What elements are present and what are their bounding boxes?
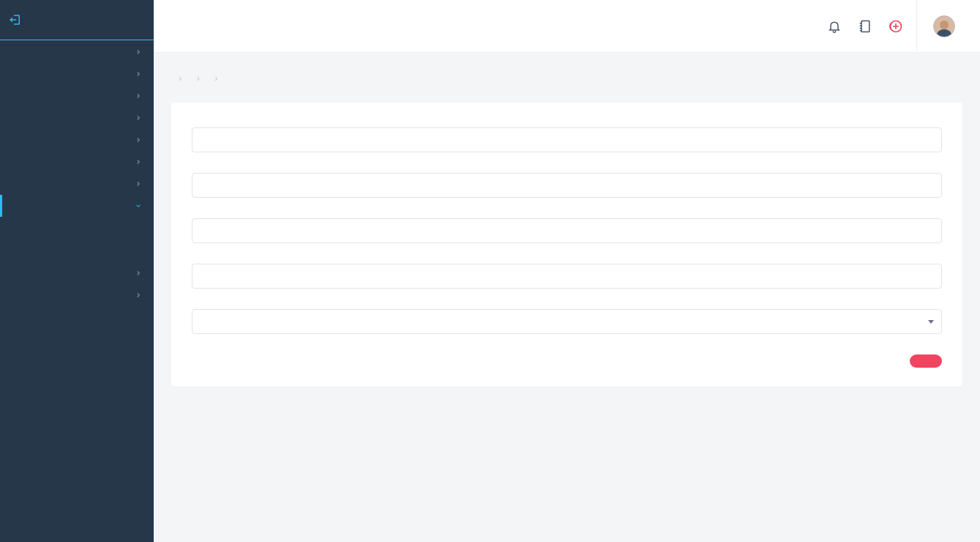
plus-circle-icon (889, 19, 903, 34)
field-username (192, 218, 942, 243)
chevron-right-icon (135, 48, 142, 56)
smtp-port-input[interactable] (192, 173, 942, 198)
notifications-button[interactable] (827, 19, 842, 34)
chevron-right-icon: › (197, 73, 201, 83)
notebook-icon (858, 19, 872, 34)
notes-button[interactable] (858, 19, 872, 34)
sidebar (0, 0, 154, 542)
encryption-select[interactable] (192, 309, 942, 334)
sidebar-subitem-general-settings[interactable] (0, 217, 154, 227)
sidebar-item-payment-methods[interactable] (0, 173, 154, 195)
form-actions (192, 354, 942, 368)
sidebar-subitem-smtp-settings[interactable] (0, 237, 154, 248)
chevron-down-icon (135, 202, 142, 209)
caret-down-icon (928, 320, 934, 324)
field-encryption (192, 309, 942, 334)
chevron-right-icon (135, 70, 142, 78)
settings-card (171, 103, 962, 387)
sidebar-item-tags[interactable] (0, 151, 154, 173)
chevron-right-icon (135, 292, 142, 299)
field-smtp-port (192, 173, 942, 198)
exit-icon (9, 13, 22, 26)
sidebar-item-email[interactable] (0, 195, 154, 217)
chevron-right-icon (135, 136, 142, 144)
user-menu[interactable] (916, 0, 962, 53)
sidebar-item-sales[interactable] (0, 129, 154, 151)
username-input[interactable] (192, 218, 942, 243)
sidebar-item-milestones[interactable] (0, 85, 154, 107)
save-button[interactable] (910, 354, 942, 368)
chevron-right-icon: › (179, 73, 182, 83)
content: › › › (154, 53, 980, 404)
avatar (933, 15, 955, 37)
bell-icon (827, 19, 842, 34)
sidebar-subitem-email-templates[interactable] (0, 227, 154, 237)
chevron-right-icon (135, 270, 142, 277)
svg-rect-0 (861, 21, 869, 31)
sidebar-item-tickets[interactable] (0, 262, 154, 284)
sidebar-item-leads[interactable] (0, 63, 154, 85)
topbar (154, 0, 980, 53)
sidebar-item-other[interactable] (0, 284, 154, 306)
field-smtp-host (192, 127, 942, 152)
chevron-right-icon (135, 158, 142, 166)
field-password (192, 264, 942, 289)
smtp-host-input[interactable] (192, 127, 942, 152)
chevron-right-icon (135, 114, 142, 122)
main-area: › › › (154, 0, 980, 542)
breadcrumb: › › › (171, 73, 962, 83)
chevron-right-icon (135, 92, 142, 100)
chevron-right-icon: › (214, 73, 218, 83)
exit-settings-link[interactable] (0, 0, 154, 40)
chevron-right-icon (135, 180, 142, 188)
password-input[interactable] (192, 264, 942, 289)
add-button[interactable] (889, 19, 903, 34)
sidebar-item-projects[interactable] (0, 40, 154, 63)
sidebar-item-tasks[interactable] (0, 107, 154, 129)
sidebar-item-user-roles[interactable] (0, 248, 154, 262)
